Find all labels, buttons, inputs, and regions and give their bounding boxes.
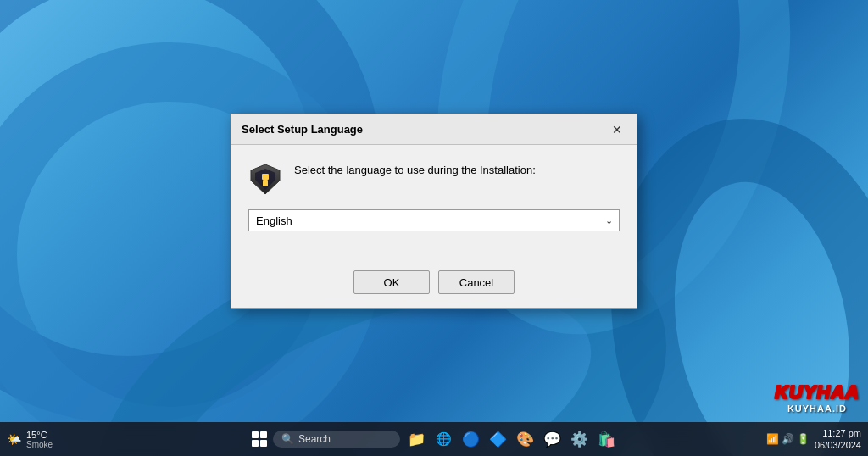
desktop: Select Setup Language ✕ <box>0 0 868 456</box>
dialog-overlay: Select Setup Language ✕ <box>0 0 868 422</box>
taskbar-app-files[interactable]: 📁 <box>403 426 429 452</box>
windows-logo-icon <box>252 431 267 447</box>
weather-icon: 🌤️ <box>7 432 21 446</box>
clock[interactable]: 11:27 pm 06/03/2024 <box>815 427 861 452</box>
cancel-button[interactable]: Cancel <box>438 270 515 294</box>
search-icon: 🔍 <box>281 433 294 445</box>
taskbar-app-settings[interactable]: ⚙️ <box>566 426 592 452</box>
ok-button[interactable]: OK <box>353 270 430 294</box>
svg-rect-3 <box>263 180 268 186</box>
taskbar-app-ie[interactable]: 🔷 <box>485 426 510 452</box>
watermark-logo: KUYHAA <box>775 381 860 403</box>
taskbar: 🌤️ 15°C Smoke 🔍 Search <box>0 422 868 456</box>
dialog-body: Select the language to use during the In… <box>231 145 637 270</box>
weather-info: 15°C Smoke <box>26 430 53 449</box>
watermark: KUYHAA KUYHAA.ID <box>775 381 860 414</box>
taskbar-app-store[interactable]: 🛍️ <box>593 426 619 452</box>
language-select-wrapper: English French German Spanish Italian Po… <box>248 209 620 231</box>
watermark-url: KUYHAA.ID <box>775 403 860 414</box>
wifi-icon: 📶 <box>766 433 779 445</box>
taskbar-app-colorwheel[interactable]: 🎨 <box>512 426 537 452</box>
pinned-apps: 📁 🌐 🔵 🔷 🎨 💬 ⚙️ 🛍️ <box>403 426 619 452</box>
dialog-close-button[interactable]: ✕ <box>608 120 626 139</box>
dialog-title: Select Setup Language <box>242 123 363 136</box>
svg-rect-2 <box>262 174 269 180</box>
battery-icon: 🔋 <box>797 433 810 445</box>
search-label: Search <box>298 433 331 445</box>
taskbar-right: 📶 🔊 🔋 11:27 pm 06/03/2024 <box>766 427 861 452</box>
time-value: 11:27 pm <box>815 427 861 439</box>
language-dropdown[interactable]: English French German Spanish Italian Po… <box>248 209 620 231</box>
dialog-buttons: OK Cancel <box>231 270 637 308</box>
system-tray-icons: 📶 🔊 🔋 <box>766 433 810 445</box>
taskbar-center: 🔍 Search 📁 🌐 🔵 🔷 🎨 💬 ⚙️ 🛍️ <box>249 426 619 452</box>
taskbar-app-edge1[interactable]: 🌐 <box>431 426 456 452</box>
volume-icon: 🔊 <box>782 433 794 445</box>
taskbar-left: 🌤️ 15°C Smoke <box>7 430 53 449</box>
taskbar-search[interactable]: 🔍 Search <box>273 431 400 448</box>
taskbar-app-chrome[interactable]: 🔵 <box>458 426 483 452</box>
dialog-titlebar: Select Setup Language ✕ <box>231 114 637 145</box>
app-icon <box>248 162 282 196</box>
start-button[interactable] <box>249 429 270 449</box>
taskbar-app-chat[interactable]: 💬 <box>539 426 565 452</box>
dialog-top-section: Select the language to use during the In… <box>248 162 620 196</box>
setup-language-dialog: Select Setup Language ✕ <box>231 114 637 309</box>
weather-temp: 15°C <box>26 430 53 440</box>
dialog-description: Select the language to use during the In… <box>294 162 536 179</box>
date-value: 06/03/2024 <box>815 439 861 451</box>
weather-condition: Smoke <box>26 440 53 449</box>
